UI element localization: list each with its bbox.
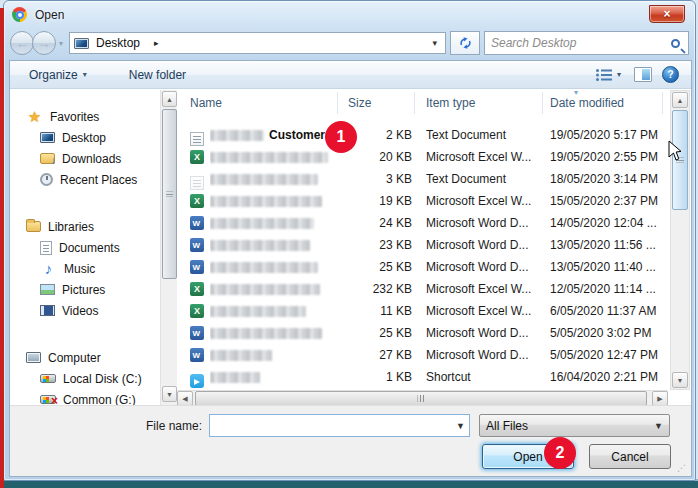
file-name-cell bbox=[210, 190, 336, 212]
recent-icon bbox=[40, 173, 53, 186]
sidebar-item-pictures[interactable]: Pictures bbox=[10, 279, 160, 300]
search-box[interactable]: Search Desktop bbox=[484, 31, 689, 55]
scroll-up-button[interactable]: ▲ bbox=[162, 91, 177, 107]
excel-file-icon bbox=[190, 150, 204, 164]
file-date-cell: 18/05/2020 3:14 PM bbox=[550, 172, 668, 186]
sidebar-item-label: Pictures bbox=[62, 283, 105, 297]
resize-grip[interactable]: ⋰ bbox=[677, 463, 687, 473]
breadcrumb-arrow-icon[interactable]: ▸ bbox=[154, 38, 159, 48]
file-type-cell: Microsoft Word D... bbox=[426, 238, 542, 252]
new-folder-button[interactable]: New folder bbox=[122, 65, 193, 85]
star-icon bbox=[26, 109, 43, 125]
file-row[interactable]: 3 KB Text Document 18/05/2020 3:14 PM bbox=[182, 168, 668, 190]
close-button[interactable]: × bbox=[649, 5, 685, 23]
file-name-input[interactable] bbox=[216, 415, 452, 436]
organize-menu[interactable]: Organize ▾ bbox=[22, 65, 94, 85]
sidebar-item-common-g[interactable]: Common (G:) bbox=[10, 389, 160, 406]
file-rows: Customers 2 KB Text Document 19/05/2020 … bbox=[182, 124, 668, 388]
file-size-cell: 3 KB bbox=[340, 172, 412, 186]
file-row[interactable]: 24 KB Microsoft Word D... 14/05/2020 12:… bbox=[182, 212, 668, 234]
word-file-icon bbox=[190, 326, 204, 340]
file-date-cell: 13/05/2020 11:40 ... bbox=[550, 260, 668, 274]
change-view-button[interactable]: ▾ bbox=[592, 66, 624, 84]
column-header-date-modified[interactable]: Date modified bbox=[550, 96, 624, 110]
sidebar-group-favorites[interactable]: Favorites bbox=[10, 106, 160, 127]
sidebar-group-label: Libraries bbox=[48, 220, 94, 234]
file-size-cell: 232 KB bbox=[340, 282, 412, 296]
file-size-cell: 1 KB bbox=[340, 370, 412, 384]
scroll-up-button[interactable]: ▲ bbox=[672, 92, 688, 108]
file-row[interactable]: 11 KB Microsoft Excel W... 6/05/2020 11:… bbox=[182, 300, 668, 322]
file-row[interactable]: 20 KB Microsoft Excel W... 19/05/2020 2:… bbox=[182, 146, 668, 168]
column-header-item-type[interactable]: Item type bbox=[426, 96, 475, 110]
back-button[interactable]: ← bbox=[10, 31, 34, 55]
scrollbar-thumb[interactable] bbox=[195, 391, 647, 406]
scroll-down-button[interactable]: ▼ bbox=[162, 386, 177, 402]
file-row[interactable]: 23 KB Microsoft Word D... 13/05/2020 11:… bbox=[182, 234, 668, 256]
shortcut-file-icon bbox=[190, 374, 204, 388]
cancel-button[interactable]: Cancel bbox=[589, 444, 671, 469]
annotation-badge-2: 2 bbox=[544, 437, 576, 469]
forward-button[interactable]: → bbox=[32, 31, 56, 55]
organize-label: Organize bbox=[29, 68, 78, 82]
breadcrumb[interactable]: Desktop ▸ ▾ bbox=[69, 32, 446, 54]
file-date-cell: 19/05/2020 5:17 PM bbox=[550, 128, 668, 142]
column-headers: Name Size Item type Date modified ▾ bbox=[182, 92, 668, 116]
sidebar-group-computer[interactable]: Computer bbox=[10, 347, 160, 368]
sidebar-group-libraries[interactable]: Libraries bbox=[10, 216, 160, 237]
blurred-text bbox=[210, 262, 318, 273]
file-type-cell: Microsoft Word D... bbox=[426, 260, 542, 274]
scroll-right-button[interactable]: ▶ bbox=[652, 391, 668, 406]
file-type-cell: Microsoft Excel W... bbox=[426, 282, 542, 296]
forward-arrow-icon: → bbox=[38, 36, 51, 51]
sidebar-item-desktop[interactable]: Desktop bbox=[10, 127, 160, 148]
scrollbar-thumb[interactable] bbox=[162, 109, 177, 279]
file-name-cell bbox=[210, 366, 336, 388]
file-size-cell: 20 KB bbox=[340, 150, 412, 164]
file-size-cell: 24 KB bbox=[340, 216, 412, 230]
new-folder-label: New folder bbox=[129, 68, 186, 82]
sidebar-item-videos[interactable]: Videos bbox=[10, 300, 160, 321]
preview-pane-button[interactable] bbox=[634, 67, 652, 82]
refresh-button[interactable] bbox=[450, 31, 480, 55]
file-type-cell: Microsoft Excel W... bbox=[426, 150, 542, 164]
blurred-text bbox=[210, 152, 328, 163]
column-header-name[interactable]: Name bbox=[190, 96, 222, 110]
file-row[interactable]: 27 KB Microsoft Word D... 5/05/2020 12:4… bbox=[182, 344, 668, 366]
address-dropdown-icon[interactable]: ▾ bbox=[428, 38, 441, 48]
file-row[interactable]: 1 KB Shortcut 16/04/2020 2:21 PM bbox=[182, 366, 668, 388]
file-name-cell bbox=[210, 234, 336, 256]
file-type-cell: Shortcut bbox=[426, 370, 542, 384]
file-name-cell bbox=[210, 322, 336, 344]
refresh-icon bbox=[458, 36, 473, 50]
list-vertical-scrollbar[interactable]: ▲ ▼ bbox=[670, 90, 690, 390]
file-type-cell: Microsoft Excel W... bbox=[426, 194, 542, 208]
blurred-text bbox=[210, 328, 322, 339]
sidebar-scrollbar[interactable]: ▲ ▼ bbox=[160, 90, 177, 406]
scroll-down-button[interactable]: ▼ bbox=[672, 372, 688, 388]
list-horizontal-scrollbar[interactable]: ◀ ▶ bbox=[177, 390, 668, 406]
recent-pages-chevron-icon[interactable]: ▾ bbox=[59, 39, 63, 48]
file-row[interactable]: 19 KB Microsoft Excel W... 15/05/2020 2:… bbox=[182, 190, 668, 212]
file-row[interactable]: 25 KB Microsoft Word D... 13/05/2020 11:… bbox=[182, 256, 668, 278]
file-size-cell: 23 KB bbox=[340, 238, 412, 252]
help-button[interactable] bbox=[662, 66, 679, 83]
file-row[interactable]: 232 KB Microsoft Excel W... 12/05/2020 1… bbox=[182, 278, 668, 300]
sidebar-item-recent-places[interactable]: Recent Places bbox=[10, 169, 160, 190]
file-row[interactable]: 25 KB Microsoft Word D... 5/05/2020 3:02… bbox=[182, 322, 668, 344]
sidebar-item-local-disk-c[interactable]: Local Disk (C:) bbox=[10, 368, 160, 389]
sidebar-item-music[interactable]: Music bbox=[10, 258, 160, 279]
file-type-dropdown[interactable]: All Files ▼ bbox=[479, 414, 670, 437]
chevron-down-icon[interactable]: ▼ bbox=[452, 421, 465, 431]
blurred-text bbox=[210, 372, 260, 383]
file-row[interactable]: Customers 2 KB Text Document 19/05/2020 … bbox=[182, 124, 668, 146]
file-type-cell: Microsoft Word D... bbox=[426, 216, 542, 230]
sidebar-item-documents[interactable]: Documents bbox=[10, 237, 160, 258]
breadcrumb-location[interactable]: Desktop bbox=[96, 36, 140, 50]
sidebar-item-downloads[interactable]: Downloads bbox=[10, 148, 160, 169]
blurred-text bbox=[210, 174, 318, 185]
file-name-combobox[interactable]: ▼ bbox=[209, 414, 470, 437]
column-header-size[interactable]: Size bbox=[348, 96, 371, 110]
scroll-left-button[interactable]: ◀ bbox=[177, 391, 193, 406]
chrome-icon bbox=[12, 7, 27, 22]
